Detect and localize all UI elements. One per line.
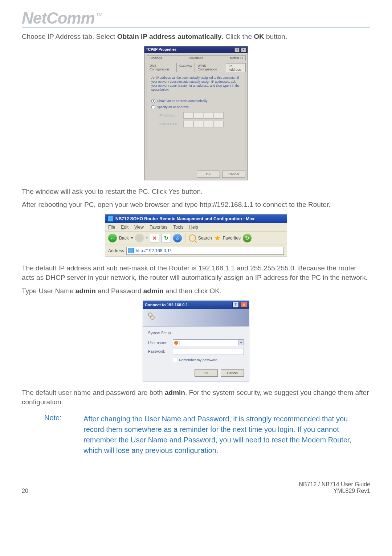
text: and then click OK. — [164, 287, 221, 295]
page-number: 20 — [22, 488, 28, 494]
menu-edit[interactable]: Edit — [121, 225, 128, 230]
favorites-label[interactable]: Favorites — [223, 236, 241, 241]
ip-segment-input[interactable] — [214, 112, 224, 119]
bold-text: admin — [75, 287, 96, 295]
ie-address-bar: Address http://192.168.0.1/ — [105, 245, 287, 257]
ip-fields: IP Address: Subnet Mask: — [159, 112, 241, 127]
mask-segment-input[interactable] — [193, 121, 203, 127]
mask-segment-input[interactable] — [214, 121, 224, 127]
dialog-title: Connect to 192.168.0.1 — [145, 303, 188, 307]
ok-button[interactable]: OK — [197, 171, 220, 178]
cancel-button[interactable]: Cancel — [222, 171, 245, 178]
ip-input-group — [183, 112, 224, 119]
tab-ip-address[interactable]: IP Address — [226, 63, 246, 72]
menu-help[interactable]: Help — [189, 225, 198, 230]
url-icon — [128, 248, 134, 253]
cancel-button[interactable]: Cancel — [221, 369, 244, 377]
bold-text: OK — [254, 33, 264, 40]
dialog-panel: An IP address can be automatically assig… — [147, 72, 245, 166]
bold-text: admin — [165, 389, 185, 396]
ie-browser-window: NB712 SOHO Router Remote Management and … — [105, 214, 287, 257]
close-icon[interactable]: × — [241, 48, 246, 52]
footer-right: NB712 / NB714 User Guide YML829 Rev1 — [299, 481, 370, 494]
checkbox-label: Remember my password — [179, 358, 217, 362]
tcpip-properties-dialog: TCP/IP Properties ? × Bindings Advanced … — [144, 46, 248, 180]
ip-segment-input[interactable] — [183, 112, 193, 119]
text: . Click the — [222, 33, 254, 40]
ie-icon — [107, 216, 113, 222]
radio-label: Obtain an IP address automatically — [157, 99, 207, 103]
checkbox-icon — [173, 358, 177, 362]
favorites-icon[interactable]: ★ — [214, 234, 221, 242]
help-icon[interactable]: ? — [232, 302, 239, 308]
mask-segment-input[interactable] — [204, 121, 213, 127]
search-label[interactable]: Search — [198, 236, 212, 241]
document-page: NetComm TM Choose IP Address tab. Select… — [0, 0, 392, 509]
radio-obtain-auto[interactable]: Obtain an IP address automatically — [151, 99, 241, 103]
brand-logo: NetComm — [22, 10, 95, 26]
instruction-credentials: Type User Name admin and Password admin … — [22, 286, 370, 296]
stop-icon[interactable]: ✕ — [150, 234, 159, 242]
bold-text: admin — [143, 287, 164, 295]
back-dropdown-icon[interactable]: ▾ — [131, 236, 133, 240]
ip-segment-input[interactable] — [193, 112, 203, 119]
menu-file[interactable]: File — [108, 225, 115, 230]
menu-favorites[interactable]: Favorites — [150, 225, 167, 230]
connect-dialog: Connect to 192.168.0.1 ? × System Setup … — [143, 301, 249, 381]
subnet-mask-row: Subnet Mask: — [159, 121, 241, 127]
tab-wins[interactable]: WINS Configuration — [195, 63, 226, 72]
tab-gateway[interactable]: Gateway — [176, 63, 195, 72]
tab-dns[interactable]: DNS Configuration — [147, 63, 177, 72]
forward-icon[interactable]: → — [135, 234, 144, 242]
radio-specify-ip[interactable]: Specify an IP address: — [151, 105, 241, 109]
tab-advanced[interactable]: Advanced — [165, 55, 228, 61]
instruction-open-browser: After rebooting your PC, open your web b… — [22, 200, 370, 210]
help-icon[interactable]: ? — [234, 48, 240, 52]
radio-on-icon — [151, 99, 155, 103]
mask-segment-input[interactable] — [183, 121, 193, 127]
chevron-down-icon[interactable]: ▾ — [238, 340, 244, 346]
note-label: Note: — [44, 414, 69, 456]
bold-text: Obtain IP address automatically — [117, 33, 222, 40]
username-input[interactable]: | ▾ — [173, 339, 244, 346]
refresh-icon[interactable]: ↻ — [162, 234, 171, 242]
tab-bindings[interactable]: Bindings — [147, 55, 165, 61]
ok-button[interactable]: OK — [195, 369, 218, 377]
menu-tools[interactable]: Tools — [173, 225, 183, 230]
page-footer: 20 NB712 / NB714 User Guide YML829 Rev1 — [22, 481, 370, 494]
text: Type User Name — [22, 287, 75, 295]
ie-title: NB712 SOHO Router Remote Management and … — [115, 216, 255, 221]
window-buttons: ? × — [234, 47, 246, 52]
username-row: User name: | ▾ — [148, 339, 244, 346]
search-icon[interactable] — [189, 234, 196, 242]
user-icon — [174, 341, 178, 345]
dialog-body: System Setup User name: | ▾ Password: Re… — [143, 327, 249, 366]
menu-view[interactable]: View — [134, 225, 144, 230]
back-label[interactable]: Back — [119, 236, 129, 241]
dialog-title: TCP/IP Properties — [146, 48, 176, 52]
forward-dropdown-icon[interactable]: ▾ — [146, 236, 148, 240]
url-input[interactable]: http://192.168.0.1/ — [126, 247, 284, 255]
mask-label: Subnet Mask: — [159, 122, 181, 126]
mask-input-group — [183, 121, 224, 127]
text: The default user name and password are b… — [22, 389, 165, 396]
tab-row-1: Bindings Advanced NetBIOS — [147, 55, 245, 61]
password-input[interactable] — [173, 348, 244, 355]
ip-segment-input[interactable] — [204, 112, 213, 119]
url-value: http://192.168.0.1/ — [136, 248, 171, 253]
tab-netbios[interactable]: NetBIOS — [227, 55, 246, 61]
cursor: | — [179, 341, 180, 345]
ie-menubar: File Edit View Favorites Tools Help — [105, 223, 287, 232]
history-icon[interactable]: ↻ — [243, 234, 252, 242]
back-icon[interactable]: ← — [108, 234, 117, 242]
dialog-titlebar: TCP/IP Properties ? × — [144, 46, 248, 53]
close-icon[interactable]: × — [241, 302, 247, 308]
note-body: After changing the User Name and Passwor… — [83, 414, 359, 456]
text: button. — [264, 33, 287, 40]
remember-password-row[interactable]: Remember my password — [173, 358, 244, 362]
ie-titlebar: NB712 SOHO Router Remote Management and … — [105, 214, 287, 223]
instruction-choose-ip: Choose IP Address tab. Select Obtain IP … — [22, 32, 370, 42]
guide-rev: YML829 Rev1 — [299, 488, 370, 494]
radio-off-icon — [151, 105, 155, 109]
home-icon[interactable]: ⌂ — [173, 234, 182, 242]
